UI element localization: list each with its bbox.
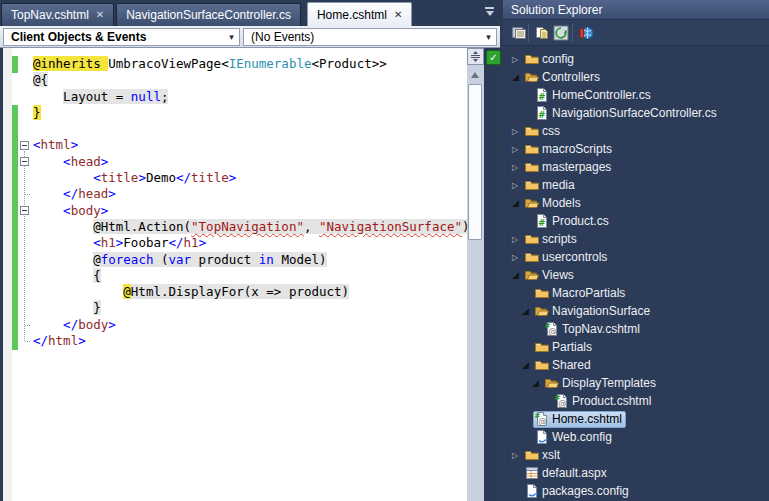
code-line[interactable]: <html>	[33, 137, 470, 153]
tree-item-topnav-cshtml[interactable]: @#TopNav.cshtml	[503, 320, 769, 338]
active-files-dropdown-icon[interactable]	[484, 7, 495, 18]
code-line[interactable]: Layout = null;	[33, 89, 470, 105]
code-line[interactable]: </head>	[33, 186, 470, 202]
expanded-arrow-icon[interactable]: ◢	[522, 361, 533, 370]
scrollbar-up-arrow[interactable]	[471, 72, 479, 78]
tree-item-content[interactable]: @#Product.cshtml	[553, 393, 654, 410]
show-all-files-button[interactable]	[532, 23, 552, 43]
tree-item-content[interactable]: masterpages	[523, 159, 614, 176]
scrollbar-thumb[interactable]	[468, 84, 482, 240]
code-line[interactable]: @Html.Action("TopNavigation", "Navigatio…	[33, 219, 470, 235]
collapsed-arrow-icon[interactable]: ▷	[512, 127, 523, 136]
tree-item-product-cs[interactable]: #Product.cs	[503, 212, 769, 230]
split-editor-button[interactable]	[467, 48, 484, 65]
tree-item-homecontroller-cs[interactable]: #HomeController.cs	[503, 86, 769, 104]
tree-item-content[interactable]: default.aspx	[523, 465, 610, 482]
tree-item-home-cshtml[interactable]: @#Home.cshtml	[503, 410, 769, 428]
tree-item-content[interactable]: xslt	[523, 447, 563, 464]
tree-item-product-cshtml[interactable]: @#Product.cshtml	[503, 392, 769, 410]
tree-item-controllers[interactable]: ◢Controllers	[503, 68, 769, 86]
code-line[interactable]: }	[33, 105, 470, 121]
tree-item-content[interactable]: packages.config	[523, 483, 632, 500]
code-line[interactable]: @foreach (var product in Model)	[33, 252, 470, 268]
chevron-down-icon[interactable]: ▾	[224, 32, 239, 42]
tree-item-css[interactable]: ▷css	[503, 122, 769, 140]
expanded-arrow-icon[interactable]: ◢	[512, 73, 523, 82]
tree-item-content[interactable]: #Product.cs	[533, 213, 612, 230]
tree-item-config[interactable]: ▷config	[503, 50, 769, 68]
code-line[interactable]: @{	[33, 72, 470, 88]
code-line[interactable]	[33, 121, 470, 137]
code-line[interactable]: </body>	[33, 317, 470, 333]
tree-item-macropartials[interactable]: MacroPartials	[503, 284, 769, 302]
code-line[interactable]: <title>Demo</title>	[33, 170, 470, 186]
tree-item-content[interactable]: Web.config	[533, 429, 615, 446]
tree-item-models[interactable]: ◢Models	[503, 194, 769, 212]
code-line[interactable]: </html>	[33, 333, 470, 349]
tree-item-views[interactable]: ◢Views	[503, 266, 769, 284]
expanded-arrow-icon[interactable]: ◢	[532, 379, 543, 388]
tree-item-navigationsurfacecontroller-cs[interactable]: #NavigationSurfaceController.cs	[503, 104, 769, 122]
tree-item-content[interactable]: @#TopNav.cshtml	[543, 321, 643, 338]
tree-item-navigationsurface[interactable]: ◢NavigationSurface	[503, 302, 769, 320]
close-icon[interactable]: ✕	[96, 10, 104, 20]
collapsed-arrow-icon[interactable]: ▷	[512, 145, 523, 154]
tab-topnav-cshtml[interactable]: TopNav.cshtml✕	[1, 3, 114, 26]
tree-item-content[interactable]: Partials	[533, 339, 595, 356]
code-line[interactable]: <head>	[33, 154, 470, 170]
refresh-button[interactable]	[551, 23, 571, 43]
tree-item-content[interactable]: DisplayTemplates	[543, 375, 659, 392]
tree-item-packages-config[interactable]: packages.config	[503, 482, 769, 500]
tree-item-content[interactable]: NavigationSurface	[533, 303, 653, 320]
tree-item-xslt[interactable]: ▷xslt	[503, 446, 769, 464]
code-line[interactable]: @Html.DisplayFor(x => product)	[33, 284, 470, 300]
fold-toggle[interactable]	[20, 141, 29, 150]
tree-item-content[interactable]: media	[523, 177, 578, 194]
tree-item-content[interactable]: #NavigationSurfaceController.cs	[533, 105, 720, 122]
tree-item-content[interactable]: macroScripts	[523, 141, 615, 158]
tab-navigationsurfacecontroller-cs[interactable]: NavigationSurfaceController.cs	[116, 3, 301, 26]
tree-item-macroscripts[interactable]: ▷macroScripts	[503, 140, 769, 158]
fold-toggle[interactable]	[20, 206, 29, 215]
expanded-arrow-icon[interactable]: ◢	[512, 271, 523, 280]
collapsed-arrow-icon[interactable]: ▷	[512, 55, 523, 64]
syntax-ok-indicator[interactable]: ✓	[486, 50, 501, 65]
fold-toggle[interactable]	[20, 157, 29, 166]
close-icon[interactable]: ✕	[394, 10, 402, 20]
tree-item-content[interactable]: MacroPartials	[533, 285, 628, 302]
code-editor[interactable]: @inherits UmbracoViewPage<IEnumerable<Pr…	[3, 48, 484, 501]
tree-item-partials[interactable]: Partials	[503, 338, 769, 356]
properties-button[interactable]	[509, 23, 529, 43]
tree-item-usercontrols[interactable]: ▷usercontrols	[503, 248, 769, 266]
tree-item-content[interactable]: Models	[523, 195, 584, 212]
expanded-arrow-icon[interactable]: ◢	[512, 199, 523, 208]
tree-item-content[interactable]: scripts	[523, 231, 580, 248]
view-in-browser-button[interactable]	[576, 23, 596, 43]
tree-item-default-aspx[interactable]: default.aspx	[503, 464, 769, 482]
tree-item-content[interactable]: config	[523, 51, 577, 68]
tree-item-content[interactable]: Controllers	[523, 69, 603, 86]
code-line[interactable]: @inherits UmbracoViewPage<IEnumerable<Pr…	[33, 56, 470, 72]
tree-item-web-config[interactable]: Web.config	[503, 428, 769, 446]
tab-home-cshtml[interactable]: Home.cshtml✕	[307, 2, 412, 26]
code-line[interactable]: }	[33, 300, 470, 316]
tree-item-masterpages[interactable]: ▷masterpages	[503, 158, 769, 176]
tree-item-content[interactable]: Views	[523, 267, 577, 284]
selected-tree-item-content[interactable]: @#Home.cshtml	[533, 411, 626, 428]
tree-item-content[interactable]: Shared	[533, 357, 594, 374]
collapsed-arrow-icon[interactable]: ▷	[512, 181, 523, 190]
tree-item-displaytemplates[interactable]: ◢DisplayTemplates	[503, 374, 769, 392]
code-line[interactable]: <h1>Foobar</h1>	[33, 235, 470, 251]
collapsed-arrow-icon[interactable]: ▷	[512, 235, 523, 244]
code-line[interactable]: {	[33, 268, 470, 284]
code-line[interactable]: <body>	[33, 203, 470, 219]
expanded-arrow-icon[interactable]: ◢	[522, 307, 533, 316]
collapsed-arrow-icon[interactable]: ▷	[512, 253, 523, 262]
collapsed-arrow-icon[interactable]: ▷	[512, 451, 523, 460]
tree-item-content[interactable]: usercontrols	[523, 249, 610, 266]
editor-code[interactable]: @inherits UmbracoViewPage<IEnumerable<Pr…	[33, 56, 470, 349]
tree-item-shared[interactable]: ◢Shared	[503, 356, 769, 374]
collapsed-arrow-icon[interactable]: ▷	[512, 163, 523, 172]
tree-item-scripts[interactable]: ▷scripts	[503, 230, 769, 248]
tree-item-content[interactable]: #HomeController.cs	[533, 87, 654, 104]
